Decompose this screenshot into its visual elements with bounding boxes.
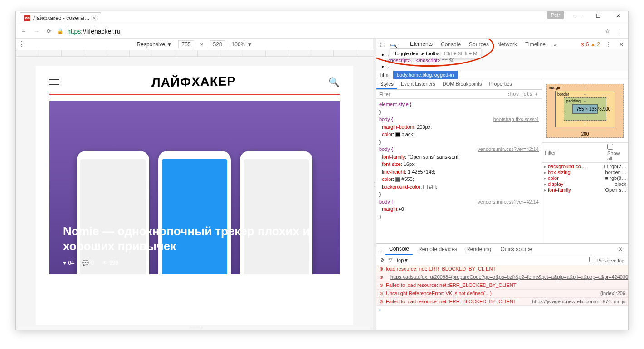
computed-filter-input[interactable] [545, 150, 607, 155]
styles-pane: Styles Event Listeners DOM Breakpoints P… [376, 79, 628, 243]
drawer-close-icon[interactable]: ✕ [615, 244, 626, 254]
viewport-height-input[interactable]: 528 [210, 40, 225, 48]
tab-close-icon[interactable]: × [93, 15, 96, 22]
subtab-properties[interactable]: Properties [486, 79, 516, 89]
hero-meta: ♥ 64 💬 0 👁 999 [63, 260, 326, 266]
css-rules[interactable]: element.style { } bootstrap-fixs.scss:4b… [376, 99, 542, 222]
box-model[interactable]: margin- border- padding- 755 × 13378.900… [542, 79, 628, 142]
devtools: ⬚ ▭ ↖ Toggle device toolbar Ctrl + Shift… [376, 39, 628, 330]
dimension-sep: × [200, 41, 204, 48]
hero-image[interactable]: Nomie — однокнопочный трекер плохих и хо… [49, 101, 340, 274]
user-badge[interactable]: Petr [547, 11, 564, 19]
favicon: ЛФ [24, 15, 30, 21]
bookmark-icon[interactable]: ☆ [603, 26, 612, 36]
cls-toggle[interactable]: .cls [520, 91, 532, 97]
hov-toggle[interactable]: :hov [507, 91, 519, 97]
content-area: ⋮ Responsive ▼ 755 × 528 100% ▼ ЛАЙФХАКЕ… [16, 39, 628, 330]
forward-button[interactable]: → [32, 26, 41, 36]
styles-subtabs: Styles Event Listeners DOM Breakpoints P… [376, 79, 542, 90]
titlebar: ЛФ Лайфхакер - советы и л × Petr — ☐ ✕ [16, 11, 628, 24]
drawer-tab-rendering[interactable]: Rendering [463, 244, 495, 254]
computed-list[interactable]: background-co…☐ rgb(2…box-sizingborder-…… [542, 163, 628, 243]
reload-button[interactable]: ⟳ [45, 26, 53, 36]
subtab-dom-breakpoints[interactable]: DOM Breakpoints [439, 79, 486, 89]
site-header: ЛАЙФХАКЕР 🔍 [49, 75, 340, 89]
devtools-menu-icon[interactable]: ⋮ [603, 41, 614, 48]
viewport-pane: ⋮ Responsive ▼ 755 × 528 100% ▼ ЛАЙФХАКЕ… [16, 39, 373, 330]
maximize-button[interactable]: ☐ [588, 11, 608, 20]
inspect-icon[interactable]: ⬚ [378, 40, 386, 49]
device-viewport: ЛАЙФХАКЕР 🔍 Nomie — однокнопочный трекер… [16, 57, 373, 325]
preserve-log-checkbox[interactable]: Preserve log [589, 257, 624, 263]
address-bar: ← → ⟳ 🔒 https://lifehacker.ru ☆ ⋮ [16, 24, 628, 39]
site-content[interactable]: ЛАЙФХАКЕР 🔍 Nomie — однокнопочный трекер… [36, 66, 353, 325]
browser-window: ЛФ Лайфхакер - советы и л × Petr — ☐ ✕ ←… [15, 11, 629, 330]
add-rule-icon[interactable]: ＋ [534, 91, 539, 97]
device-menu-icon[interactable]: ⋮ [18, 40, 25, 48]
clear-console-icon[interactable]: ⊘ [380, 257, 384, 263]
window-buttons: — ☐ ✕ [568, 11, 628, 20]
site-title: ЛАЙФХАКЕР [151, 74, 236, 90]
ruler [16, 50, 373, 57]
console-tabs: ⋮ Console Remote devices Rendering Quick… [376, 244, 628, 255]
drawer-tab-remote[interactable]: Remote devices [415, 244, 461, 254]
back-button[interactable]: ← [20, 26, 29, 36]
device-toggle-icon[interactable]: ▭ [389, 40, 396, 49]
showall-checkbox[interactable]: Show all [607, 144, 625, 161]
tab-elements[interactable]: Elements [407, 39, 435, 50]
styles-filter: :hov .cls ＋ [376, 90, 542, 99]
close-button[interactable]: ✕ [608, 11, 628, 20]
subtab-event-listeners[interactable]: Event Listeners [397, 79, 439, 89]
filter-icon[interactable]: ▽ [389, 257, 392, 263]
subtab-styles[interactable]: Styles [376, 79, 397, 89]
console-drawer: ⋮ Console Remote devices Rendering Quick… [376, 243, 628, 330]
minimize-button[interactable]: — [568, 11, 588, 20]
tab-sources[interactable]: Sources [466, 39, 492, 49]
tab-console[interactable]: Console [438, 39, 463, 49]
context-select[interactable]: top ▼ [397, 257, 409, 263]
status-counters[interactable]: ⊗6 ▲2 [580, 41, 600, 48]
console-menu-icon[interactable]: ⋮ [378, 246, 384, 252]
search-icon[interactable]: 🔍 [328, 77, 340, 87]
devtools-tabs: ⬚ ▭ ↖ Toggle device toolbar Ctrl + Shift… [376, 39, 628, 50]
console-toolbar: ⊘ ▽ top ▼ Preserve log [376, 255, 628, 265]
devtools-close-icon[interactable]: ✕ [616, 41, 626, 48]
crumb-body[interactable]: body.home.blog.logged-in [393, 71, 458, 79]
drawer-tab-quick[interactable]: Quick source [497, 244, 536, 254]
tab-network[interactable]: Network [494, 39, 520, 49]
breadcrumb[interactable]: html body.home.blog.logged-in [376, 71, 628, 79]
device-select[interactable]: Responsive ▼ [137, 41, 172, 48]
menu-icon[interactable]: ⋮ [615, 26, 624, 36]
styles-filter-input[interactable] [379, 92, 507, 97]
comments-count: 💬 0 [82, 260, 94, 266]
zoom-select[interactable]: 100% ▼ [232, 41, 253, 48]
warning-icon: ▲ [590, 41, 595, 48]
tab-timeline[interactable]: Timeline [522, 39, 548, 49]
url-field[interactable]: https://lifehacker.ru [67, 28, 600, 35]
divider [49, 94, 340, 95]
device-toolbar: ⋮ Responsive ▼ 755 × 528 100% ▼ [16, 39, 373, 50]
hero-title: Nomie — однокнопочный трекер плохих и хо… [63, 224, 326, 253]
styles-column: Styles Event Listeners DOM Breakpoints P… [376, 79, 542, 243]
tab-title: Лайфхакер - советы и л [33, 15, 90, 21]
hamburger-icon[interactable] [49, 79, 59, 85]
drawer-tab-console[interactable]: Console [385, 244, 413, 255]
error-icon: ⊗ [580, 41, 585, 48]
browser-tab[interactable]: ЛФ Лайфхакер - советы и л × [20, 12, 101, 24]
crumb-html[interactable]: html [376, 71, 393, 79]
resize-handle[interactable]: ═══ [16, 325, 373, 330]
lock-icon: 🔒 [57, 28, 63, 34]
views-count: 👁 999 [102, 260, 118, 266]
viewport-width-input[interactable]: 755 [178, 40, 194, 48]
likes-count: ♥ 64 [63, 260, 74, 266]
computed-column: margin- border- padding- 755 × 13378.900… [542, 79, 628, 243]
tooltip: Toggle device toolbar Ctrl + Shift + M [390, 48, 481, 58]
console-log[interactable]: ⊗load resource: net::ERR_BLOCKED_BY_CLIE… [376, 265, 628, 330]
tabs-overflow-icon[interactable]: » [551, 39, 560, 49]
computed-filter: Show all [542, 142, 628, 163]
